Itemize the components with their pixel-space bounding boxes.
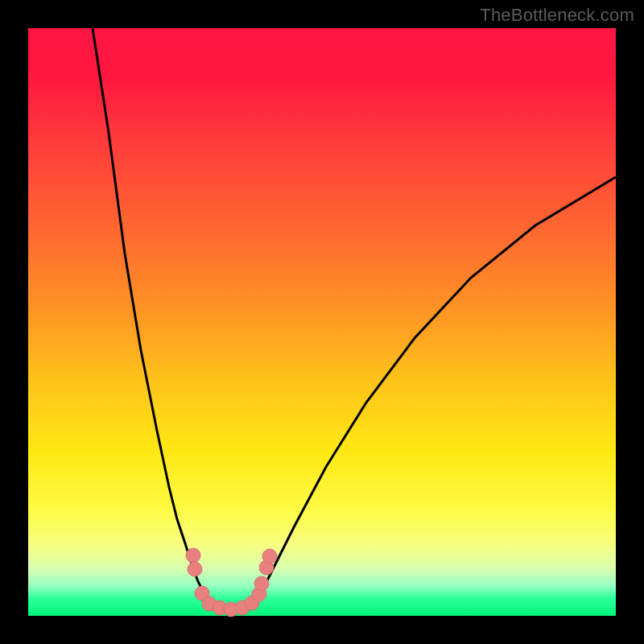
curve-svg xyxy=(28,28,616,616)
bottleneck-curve xyxy=(93,28,616,610)
watermark-text: TheBottleneck.com xyxy=(480,5,634,26)
basin-marker xyxy=(186,548,200,563)
basin-marker xyxy=(254,576,269,591)
basin-marker xyxy=(188,562,202,576)
basin-marker xyxy=(262,549,277,564)
plot-area xyxy=(28,28,616,616)
chart-frame: TheBottleneck.com xyxy=(0,0,644,644)
